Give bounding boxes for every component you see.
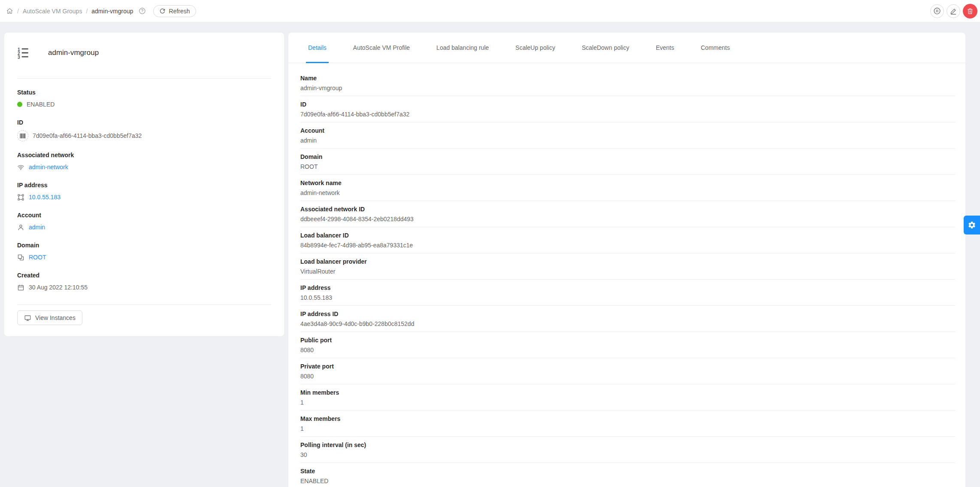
details-row: Min members 1 — [300, 384, 955, 411]
details-value: admin-vmgroup — [300, 84, 955, 92]
home-icon[interactable] — [6, 7, 13, 15]
details-value: 8080 — [300, 372, 955, 380]
details-label: Domain — [300, 153, 955, 161]
details-label: IP address ID — [300, 310, 955, 318]
details-value: 8080 — [300, 346, 955, 354]
help-icon[interactable] — [139, 7, 146, 15]
view-instances-label: View Instances — [35, 314, 76, 321]
tab-bar: Details AutoScale VM Profile Load balanc… — [288, 33, 965, 63]
breadcrumb-separator: / — [17, 8, 19, 15]
resource-actions — [930, 4, 977, 18]
id-value: 7d09e0fa-af66-4114-bba3-cd0bb5ef7a32 — [33, 132, 142, 139]
details-value: ROOT — [300, 163, 955, 171]
details-row: Load balancer provider VirtualRouter — [300, 253, 955, 280]
tab-comments[interactable]: Comments — [699, 33, 732, 63]
created-value: 30 Aug 2022 12:10:55 — [29, 284, 88, 291]
details-label: Private port — [300, 362, 955, 371]
gear-icon — [968, 221, 976, 229]
pause-circle-icon — [933, 7, 941, 15]
details-label: Name — [300, 74, 955, 82]
details-row: Load balancer ID 84b8994e-fec7-4d98-ab95… — [300, 227, 955, 253]
details-value: ddbeeef4-2998-4084-8354-2eb0218dd493 — [300, 215, 955, 223]
details-value: admin — [300, 137, 955, 145]
details-value: 84b8994e-fec7-4d98-ab95-ea8a79331c1e — [300, 241, 955, 250]
tab-scaledown-policy[interactable]: ScaleDown policy — [580, 33, 632, 63]
delete-button[interactable] — [963, 4, 977, 18]
tab-scaleup-policy[interactable]: ScaleUp policy — [513, 33, 557, 63]
status-value: ENABLED — [27, 101, 54, 108]
details-value: 7d09e0fa-af66-4114-bba3-cd0bb5ef7a32 — [300, 110, 955, 119]
details-label: IP address — [300, 284, 955, 292]
details-value: 1 — [300, 399, 955, 407]
field-label: Associated network — [17, 151, 271, 159]
refresh-button[interactable]: Refresh — [153, 5, 196, 17]
reload-icon — [159, 8, 166, 14]
field-domain: Domain ROOT — [17, 241, 271, 262]
details-row: Domain ROOT — [300, 149, 955, 175]
desktop-icon — [24, 314, 31, 322]
details-value: 10.0.55.183 — [300, 294, 955, 302]
account-link[interactable]: admin — [29, 224, 45, 231]
field-label: Created — [17, 271, 271, 280]
wifi-icon — [17, 164, 24, 171]
details-value: 30 — [300, 451, 955, 459]
autoscale-vmgroup-icon: 1 2 3 — [17, 46, 30, 59]
details-label: Max members — [300, 415, 955, 423]
breadcrumb-separator: / — [86, 8, 88, 15]
tab-details[interactable]: Details — [306, 33, 329, 63]
details-list: Name admin-vmgroup ID 7d09e0fa-af66-4114… — [288, 63, 965, 487]
details-value: 4ae3d4a8-90c9-4d0c-b9b0-228b0c8152dd — [300, 320, 955, 328]
details-label: Network name — [300, 179, 955, 187]
details-row: Max members 1 — [300, 411, 955, 437]
field-ip-address: IP address 10.0.55.183 — [17, 181, 271, 201]
field-label: Account — [17, 211, 271, 219]
user-icon — [17, 224, 24, 231]
view-instances-button[interactable]: View Instances — [17, 310, 82, 325]
details-row: Account admin — [300, 122, 955, 149]
details-row: Private port 8080 — [300, 358, 955, 384]
details-label: Load balancer ID — [300, 231, 955, 240]
trash-icon — [966, 7, 974, 15]
field-status: Status ENABLED — [17, 88, 271, 109]
pause-button[interactable] — [930, 4, 944, 18]
calendar-icon — [17, 284, 24, 291]
edit-button[interactable] — [947, 4, 960, 18]
breadcrumb-root-link[interactable]: AutoScale VM Groups — [23, 8, 82, 15]
details-label: Account — [300, 127, 955, 135]
settings-panel-button[interactable] — [964, 216, 980, 234]
tab-events[interactable]: Events — [653, 33, 676, 63]
details-row: ID 7d09e0fa-af66-4114-bba3-cd0bb5ef7a32 — [300, 96, 955, 122]
field-created: Created 30 Aug 2022 12:10:55 — [17, 271, 271, 292]
details-row: Network name admin-network — [300, 175, 955, 201]
tab-autoscale-vm-profile[interactable]: AutoScale VM Profile — [351, 33, 412, 63]
details-value: admin-network — [300, 189, 955, 197]
breadcrumb: / AutoScale VM Groups / admin-vmgroup — [6, 7, 146, 15]
details-value: ENABLED — [300, 477, 955, 485]
details-row: State ENABLED — [300, 463, 955, 487]
domain-link[interactable]: ROOT — [29, 254, 46, 261]
tab-load-balancing-rule[interactable]: Load balancing rule — [434, 33, 491, 63]
ip-address-link[interactable]: 10.0.55.183 — [29, 194, 60, 201]
field-label: IP address — [17, 181, 271, 189]
details-card: Details AutoScale VM Profile Load balanc… — [288, 33, 965, 487]
edit-icon — [950, 7, 957, 15]
gateway-icon — [17, 194, 24, 201]
details-row: IP address ID 4ae3d4a8-90c9-4d0c-b9b0-22… — [300, 306, 955, 332]
details-label: Min members — [300, 389, 955, 397]
barcode-icon — [17, 130, 28, 141]
resource-info-card: 1 2 3 admin-vmgroup Status ENABLED ID — [4, 33, 284, 336]
details-label: ID — [300, 100, 955, 109]
details-row: Polling interval (in sec) 30 — [300, 437, 955, 463]
details-label: Public port — [300, 336, 955, 344]
divider — [17, 78, 271, 79]
top-bar: / AutoScale VM Groups / admin-vmgroup Re… — [0, 0, 980, 22]
details-row: IP address 10.0.55.183 — [300, 280, 955, 306]
details-value: 1 — [300, 425, 955, 433]
divider — [17, 304, 271, 305]
details-label: Polling interval (in sec) — [300, 441, 955, 449]
details-label: Load balancer provider — [300, 258, 955, 266]
breadcrumb-current: admin-vmgroup — [91, 8, 133, 15]
details-row: Public port 8080 — [300, 332, 955, 358]
associated-network-link[interactable]: admin-network — [29, 164, 68, 170]
svg-text:3: 3 — [18, 55, 20, 59]
